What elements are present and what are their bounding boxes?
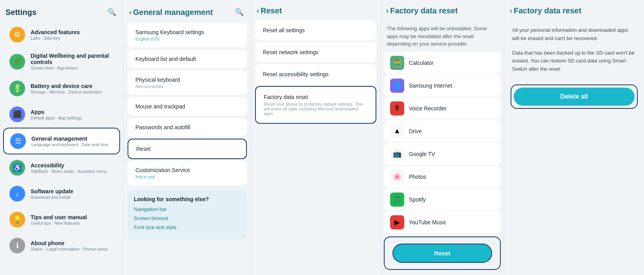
google-tv-icon: 📺 [390, 147, 404, 161]
suggestion-link-font-size-and-style[interactable]: Font size and style [134, 224, 241, 230]
suggestion-link-screen-timeout[interactable]: Screen timeout [134, 215, 241, 221]
reset-item-factory-reset[interactable]: Factory data reset Reset your phone to i… [255, 86, 376, 124]
factory-reset-apps-back-button[interactable]: ‹ Factory data reset [386, 6, 458, 15]
digital-wellbeing-subtitle: Screen time · App timers [31, 66, 114, 70]
app-item-spotify: 🎵 Spotify [384, 189, 501, 211]
settings-title: Settings [5, 8, 36, 17]
suggestion-box: Looking for something else? Navigation b… [128, 190, 247, 240]
reset-back-button[interactable]: ‹ Reset [257, 6, 282, 15]
battery-subtitle: Storage · Memory · Device protection [31, 90, 102, 94]
gm-item-keyboard-list[interactable]: Keyboard list and default [128, 50, 247, 69]
apps-subtitle: Default apps · App settings [31, 116, 82, 120]
samsung-keyboard-subtitle: English (US) [135, 37, 239, 41]
customization-subtitle: Not in use [135, 174, 239, 179]
drive-name: Drive [409, 128, 422, 134]
suggestion-title: Looking for something else? [134, 196, 241, 202]
advanced-features-subtitle: Labs · Side key [31, 36, 80, 40]
settings-item-battery[interactable]: 🔋 Battery and device care Storage · Memo… [3, 76, 120, 101]
calculator-icon: 🧮 [390, 56, 404, 70]
about-phone-icon: ℹ [9, 238, 25, 253]
spotify-name: Spotify [409, 196, 426, 203]
confirm-text-1: All your personal information and downlo… [504, 18, 644, 48]
factory-reset-apps-header: ‹ Factory data reset [381, 0, 504, 18]
advanced-features-title: Advanced features [31, 29, 80, 35]
gm-item-samsung-keyboard[interactable]: Samsung Keyboard settings English (US) [128, 23, 247, 48]
general-management-search-button[interactable]: 🔍 [234, 6, 245, 18]
gm-item-passwords-autofill[interactable]: Passwords and autofill [128, 118, 247, 137]
reset-title: Reset [136, 146, 238, 152]
factory-reset-apps-panel: ‹ Factory data reset The following apps … [381, 0, 504, 275]
gm-item-reset[interactable]: Reset [128, 139, 247, 159]
about-phone-title: About phone [31, 240, 108, 246]
mouse-trackpad-title: Mouse and trackpad [135, 103, 239, 110]
app-item-drive: ▲ Drive [384, 120, 501, 142]
general-management-panel: ‹ General management 🔍 Samsung Keyboard … [124, 0, 251, 275]
factory-reset-confirm-title: Factory data reset [514, 6, 581, 15]
google-tv-name: Google TV [409, 151, 435, 157]
reset-items-list: Reset all settings Reset network setting… [251, 20, 380, 124]
battery-title: Battery and device care [31, 83, 102, 89]
calculator-name: Calculator [409, 60, 434, 66]
digital-wellbeing-title: Digital Wellbeing and parental controls [31, 53, 114, 65]
general-management-title: General management [31, 136, 108, 142]
battery-icon: 🔋 [9, 81, 25, 96]
settings-item-general-management[interactable]: ☰ General management Language and keyboa… [3, 128, 120, 154]
apps-icon: ⬛ [9, 106, 25, 122]
factory-reset-warning-text: The following apps will be uninstalled. … [381, 18, 504, 51]
suggestion-link-navigation-bar[interactable]: Navigation bar [134, 206, 241, 212]
settings-item-apps[interactable]: ⬛ Apps Default apps · App settings [3, 102, 120, 127]
reset-item-reset-accessibility[interactable]: Reset accessibility settings [255, 64, 376, 84]
settings-items-list: ⚙ Advanced features Labs · Side key 🌿 Di… [0, 22, 123, 258]
app-item-photos: 🌸 Photos [384, 166, 501, 188]
settings-header: Settings 🔍 [0, 0, 123, 21]
settings-item-accessibility[interactable]: ♿ Accessibility TalkBack · Mono audio · … [3, 155, 120, 180]
factory-reset-back-arrow-icon: ‹ [386, 7, 389, 15]
voice-recorder-name: Voice Recorder [409, 105, 447, 112]
reset-button-container: Reset [384, 236, 501, 270]
software-update-icon: ↓ [9, 186, 25, 202]
app-item-samsung-internet: 🌐 Samsung Internet [384, 75, 501, 97]
delete-all-container: Delete all [511, 84, 638, 109]
digital-wellbeing-icon: 🌿 [9, 54, 25, 70]
tip-section: Tip You can use Smart Switch to back up … [381, 273, 504, 275]
spotify-icon: 🎵 [390, 192, 404, 207]
settings-item-tips[interactable]: 💡 Tips and user manual Useful tips · New… [3, 207, 120, 232]
gm-item-physical-keyboard[interactable]: Physical keyboard Not connected [128, 70, 247, 95]
settings-item-digital-wellbeing[interactable]: 🌿 Digital Wellbeing and parental control… [3, 48, 120, 75]
reset-item-reset-all-settings[interactable]: Reset all settings [255, 20, 376, 40]
samsung-internet-name: Samsung Internet [409, 82, 452, 89]
customization-title: Customization Service [135, 167, 239, 173]
factory-reset-confirm-header: ‹ Factory data reset [504, 0, 644, 18]
app-item-voice-recorder: 🎙 Voice Recorder [384, 97, 501, 119]
physical-keyboard-title: Physical keyboard [135, 77, 239, 83]
factory-reset-apps-title: Factory data reset [390, 6, 458, 15]
voice-recorder-icon: 🎙 [390, 101, 404, 116]
confirm-text-2: Data that has been backed up to the SD c… [504, 48, 644, 78]
settings-item-advanced-features[interactable]: ⚙ Advanced features Labs · Side key [3, 22, 120, 47]
general-management-items-list: Samsung Keyboard settings English (US) K… [124, 23, 251, 186]
factory-reset-desc: Reset your phone to its factory default … [264, 102, 368, 116]
photos-name: Photos [409, 174, 426, 180]
reset-network-title: Reset network settings [263, 49, 369, 55]
settings-search-button[interactable]: 🔍 [106, 6, 118, 18]
passwords-autofill-title: Passwords and autofill [135, 124, 239, 130]
tips-icon: 💡 [9, 212, 25, 227]
general-management-header: ‹ General management 🔍 [124, 0, 251, 21]
tips-subtitle: Useful tips · New features [31, 221, 87, 226]
factory-reset-confirm-back-button[interactable]: ‹ Factory data reset [510, 6, 581, 15]
tips-title: Tips and user manual [31, 214, 87, 220]
gm-item-mouse-trackpad[interactable]: Mouse and trackpad [128, 97, 247, 116]
delete-all-button[interactable]: Delete all [514, 88, 635, 106]
photos-icon: 🌸 [390, 170, 404, 184]
settings-item-software-update[interactable]: ↓ Software update Download and install [3, 181, 120, 206]
reset-confirm-button[interactable]: Reset [392, 244, 492, 263]
settings-item-about-phone[interactable]: ℹ About phone Status · Legal information… [3, 233, 120, 258]
drive-icon: ▲ [390, 124, 404, 138]
general-management-title: General management [133, 8, 213, 17]
software-update-title: Software update [31, 188, 73, 194]
app-item-youtube-music: ▶ YouTube Music [384, 211, 501, 233]
general-management-back-button[interactable]: ‹ General management [129, 8, 213, 17]
reset-item-reset-network[interactable]: Reset network settings [255, 42, 376, 62]
gm-item-customization[interactable]: Customization Service Not in use [128, 161, 247, 186]
samsung-keyboard-title: Samsung Keyboard settings [135, 29, 239, 35]
